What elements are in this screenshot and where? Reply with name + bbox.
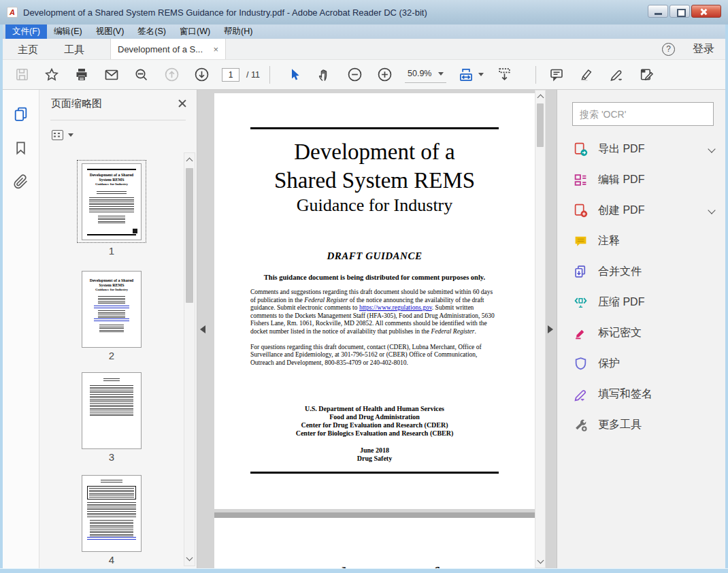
- page-number-input[interactable]: [222, 68, 239, 82]
- combine-files-icon: [574, 265, 588, 279]
- fountain-pen-icon: [608, 66, 625, 83]
- restore-button[interactable]: [669, 5, 690, 18]
- menu-window[interactable]: 窗口(W): [173, 24, 217, 39]
- help-icon[interactable]: ?: [662, 43, 675, 56]
- menu-edit[interactable]: 编辑(E): [47, 24, 89, 39]
- close-panel-icon[interactable]: [178, 99, 187, 108]
- tool-label: 压缩 PDF: [598, 295, 644, 310]
- save-icon: [14, 67, 30, 82]
- highlight-tool-button[interactable]: [577, 65, 596, 85]
- fill-sign-tool-button[interactable]: [607, 65, 626, 85]
- chevron-down-icon: [438, 72, 444, 76]
- options-list-icon: [52, 130, 63, 140]
- thumbnail-2-number: 2: [77, 350, 146, 361]
- zoom-out-button[interactable]: [345, 65, 364, 85]
- comment-tool-button[interactable]: [547, 65, 566, 85]
- tab-tools[interactable]: 工具: [56, 39, 93, 59]
- page-thumbnails-rail-button[interactable]: [12, 105, 30, 122]
- edit-pdf-icon: [574, 173, 588, 187]
- previous-page-button[interactable]: [162, 65, 181, 85]
- scroll-down-icon[interactable]: [186, 555, 193, 561]
- thumbnail-options-button[interactable]: [52, 130, 197, 140]
- tool-create-pdf[interactable]: 创建 PDF: [572, 197, 716, 224]
- tool-export-pdf[interactable]: 导出 PDF: [572, 135, 716, 163]
- star-icon: [44, 67, 60, 83]
- tools-search-input[interactable]: [572, 102, 714, 126]
- export-pdf-icon: [574, 142, 588, 157]
- select-tool-button[interactable]: [285, 65, 304, 85]
- page-display-button[interactable]: [495, 65, 514, 85]
- tool-more-tools[interactable]: 更多工具: [572, 411, 716, 438]
- document-scrollbar-thumb[interactable]: [537, 103, 544, 147]
- bookmarks-rail-button[interactable]: [12, 139, 30, 157]
- tool-label: 注释: [598, 234, 620, 248]
- thumb-lines: [101, 480, 122, 483]
- tool-comment[interactable]: 注释: [572, 227, 716, 255]
- thumbnails-scrollbar-thumb[interactable]: [186, 168, 193, 303]
- tool-fill-sign[interactable]: 填写和签名: [572, 380, 716, 408]
- thumb-lines: [97, 191, 127, 195]
- tool-label: 导出 PDF: [598, 142, 644, 157]
- arrow-down-circle-icon: [193, 66, 210, 83]
- next-page-button[interactable]: [192, 65, 211, 85]
- thumbnail-page-2[interactable]: Development of a Shared System REMS Guid…: [82, 271, 142, 348]
- thumbnail-1-number: 1: [77, 245, 146, 257]
- thumbnail-page-3[interactable]: [82, 372, 142, 449]
- panel-divider: [50, 120, 186, 120]
- menu-file[interactable]: 文件(F): [5, 24, 47, 39]
- zoom-in-button[interactable]: [375, 65, 394, 85]
- attachments-rail-button[interactable]: [12, 173, 30, 191]
- scroll-up-icon[interactable]: [537, 95, 544, 101]
- fit-width-button[interactable]: [457, 66, 484, 84]
- tab-home[interactable]: 主页: [10, 39, 46, 59]
- scroll-down-icon[interactable]: [537, 557, 544, 564]
- zoom-level-dropdown[interactable]: 50.9%: [405, 67, 446, 83]
- tab-document[interactable]: Development of a S... ×: [110, 39, 226, 59]
- tool-combine-files[interactable]: 合并文件: [572, 258, 716, 285]
- thumbnail-page-1[interactable]: Development of a Shared System REMS Guid…: [82, 163, 142, 240]
- signin-button[interactable]: 登录: [693, 42, 714, 56]
- thumbnail-page-4[interactable]: [82, 475, 142, 552]
- search-button[interactable]: [132, 65, 151, 85]
- tool-edit-pdf[interactable]: 编辑 PDF: [572, 166, 716, 193]
- favorites-button[interactable]: [42, 65, 61, 85]
- tab-close-icon[interactable]: ×: [213, 44, 218, 54]
- window-border: [0, 568, 728, 573]
- close-button[interactable]: [691, 5, 721, 18]
- document-canvas[interactable]: Development of a Shared System REMS Guid…: [197, 90, 557, 568]
- chevron-down-icon[interactable]: [708, 145, 715, 152]
- window-border: [725, 24, 728, 573]
- email-button[interactable]: [102, 65, 121, 85]
- org-block: U.S. Department of Health and Human Serv…: [214, 405, 535, 438]
- thumbnail-4-number: 4: [77, 554, 146, 566]
- collapse-right-panel-icon[interactable]: [548, 325, 553, 333]
- tool-redact[interactable]: 标记密文: [572, 319, 716, 346]
- menu-sign[interactable]: 签名(S): [131, 24, 173, 39]
- save-button[interactable]: [12, 65, 31, 85]
- thumbnails-scrollbar[interactable]: [184, 152, 195, 566]
- tool-compress-pdf[interactable]: 压缩 PDF: [572, 289, 716, 316]
- chevron-down-icon: [68, 133, 73, 137]
- more-tools-toolbar-button[interactable]: [637, 65, 656, 85]
- thumb-rule: [87, 169, 136, 170]
- bookmark-icon: [13, 140, 29, 156]
- hand-icon: [316, 67, 333, 83]
- menu-help[interactable]: 帮助(H): [217, 24, 259, 39]
- fit-width-icon: [457, 66, 475, 84]
- scrolling-view-icon: [496, 66, 513, 83]
- tool-protect[interactable]: 保护: [572, 350, 716, 377]
- zoom-level-value: 50.9%: [408, 69, 431, 78]
- paperclip-icon: [13, 174, 29, 190]
- search-icon: [133, 67, 150, 83]
- thumb1-title: Development of a Shared System REMS: [87, 173, 136, 182]
- collapse-left-panel-icon[interactable]: [200, 325, 205, 333]
- chevron-down-icon[interactable]: [708, 206, 715, 214]
- regulations-gov-link[interactable]: https://www.regulations.gov: [359, 304, 432, 311]
- menu-view[interactable]: 视图(V): [89, 24, 131, 39]
- minimize-button[interactable]: [648, 5, 668, 18]
- hand-tool-button[interactable]: [315, 65, 334, 85]
- distribution-note: This guidance document is being distribu…: [214, 274, 535, 281]
- print-button[interactable]: [72, 65, 91, 85]
- scroll-up-icon[interactable]: [186, 158, 193, 165]
- document-scrollbar[interactable]: [535, 90, 546, 568]
